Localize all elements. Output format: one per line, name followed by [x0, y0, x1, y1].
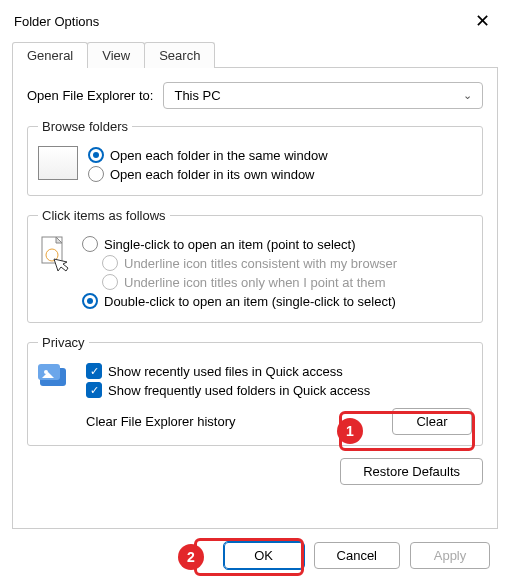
check-recent-files[interactable]: ✓ Show recently used files in Quick acce… — [86, 363, 472, 379]
dialog-button-row: OK Cancel Apply — [0, 542, 510, 583]
titlebar: Folder Options ✕ — [0, 0, 510, 42]
tab-general[interactable]: General — [12, 42, 88, 68]
radio-double-click[interactable]: Double-click to open an item (single-cli… — [82, 293, 472, 309]
open-to-select[interactable]: This PC ⌄ — [163, 82, 483, 109]
radio-icon — [82, 236, 98, 252]
check-label: Show frequently used folders in Quick ac… — [108, 383, 370, 398]
checkbox-icon: ✓ — [86, 382, 102, 398]
close-icon[interactable]: ✕ — [469, 10, 496, 32]
click-legend: Click items as follows — [38, 208, 170, 223]
radio-label: Double-click to open an item (single-cli… — [104, 294, 396, 309]
check-frequent-folders[interactable]: ✓ Show frequently used folders in Quick … — [86, 382, 472, 398]
radio-same-window[interactable]: Open each folder in the same window — [88, 147, 472, 163]
window-icon — [38, 146, 78, 180]
restore-defaults-button[interactable]: Restore Defaults — [340, 458, 483, 485]
clear-button[interactable]: Clear — [392, 408, 472, 435]
clear-history-label: Clear File Explorer history — [86, 414, 236, 429]
ok-button[interactable]: OK — [224, 542, 304, 569]
radio-label: Underline icon titles consistent with my… — [124, 256, 397, 271]
click-items-group: Click items as follows Single-click to o… — [27, 208, 483, 323]
apply-button: Apply — [410, 542, 490, 569]
tab-panel-general: Open File Explorer to: This PC ⌄ Browse … — [12, 67, 498, 529]
radio-icon — [102, 274, 118, 290]
tab-view[interactable]: View — [87, 42, 145, 68]
radio-underline-point: Underline icon titles only when I point … — [102, 274, 472, 290]
radio-underline-browser: Underline icon titles consistent with my… — [102, 255, 472, 271]
browse-legend: Browse folders — [38, 119, 132, 134]
chevron-down-icon: ⌄ — [463, 89, 472, 102]
radio-icon — [82, 293, 98, 309]
privacy-icon — [38, 362, 76, 392]
radio-single-click[interactable]: Single-click to open an item (point to s… — [82, 236, 472, 252]
browse-folders-group: Browse folders Open each folder in the s… — [27, 119, 483, 196]
radio-own-window[interactable]: Open each folder in its own window — [88, 166, 472, 182]
privacy-group: Privacy ✓ Show recently used files in Qu… — [27, 335, 483, 446]
radio-label: Underline icon titles only when I point … — [124, 275, 386, 290]
radio-icon — [88, 147, 104, 163]
radio-label: Single-click to open an item (point to s… — [104, 237, 355, 252]
radio-label: Open each folder in the same window — [110, 148, 328, 163]
window-title: Folder Options — [14, 14, 99, 29]
tab-search[interactable]: Search — [144, 42, 215, 68]
check-label: Show recently used files in Quick access — [108, 364, 343, 379]
click-file-icon — [38, 235, 72, 273]
radio-icon — [88, 166, 104, 182]
open-to-label: Open File Explorer to: — [27, 88, 153, 103]
radio-label: Open each folder in its own window — [110, 167, 315, 182]
tab-strip: General View Search — [12, 42, 498, 68]
radio-icon — [102, 255, 118, 271]
cancel-button[interactable]: Cancel — [314, 542, 400, 569]
open-to-value: This PC — [174, 88, 220, 103]
checkbox-icon: ✓ — [86, 363, 102, 379]
privacy-legend: Privacy — [38, 335, 89, 350]
